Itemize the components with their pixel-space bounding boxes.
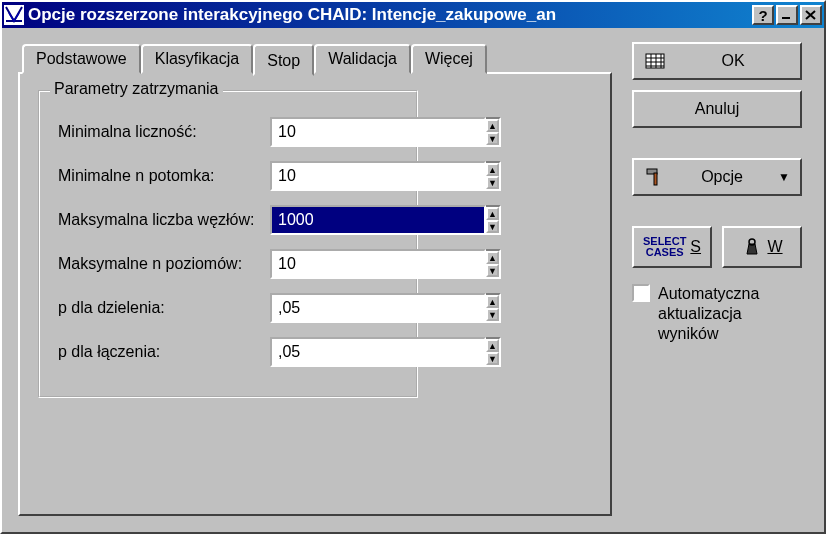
options-label: Opcje [676, 168, 768, 186]
spin-min-child: ▲ ▼ [270, 161, 398, 191]
grid-icon [644, 50, 666, 72]
tab-panel: Podstawowe Klasyfikacja Stop Walidacja W… [18, 40, 612, 520]
spin-max-nodes: ▲ ▼ [270, 205, 398, 235]
cancel-label: Anuluj [644, 100, 790, 118]
input-min-count[interactable] [270, 117, 486, 147]
titlebar[interactable]: Opcje rozszerzone interakcyjnego CHAID: … [2, 2, 824, 28]
svg-rect-1 [782, 17, 790, 19]
client-area: Podstawowe Klasyfikacja Stop Walidacja W… [2, 28, 824, 532]
spin-down-icon[interactable]: ▼ [486, 264, 499, 277]
select-cases-hotkey: S [690, 238, 701, 256]
weight-button[interactable]: W [722, 226, 802, 268]
close-button[interactable] [800, 5, 822, 25]
spin-max-levels: ▲ ▼ [270, 249, 398, 279]
row-max-nodes: Maksymalna liczba węzłów: ▲ ▼ [58, 202, 398, 238]
label-max-levels: Maksymalne n poziomów: [58, 254, 242, 274]
auto-update-checkbox[interactable] [632, 284, 650, 302]
select-cases-icon: SELECTCASES [643, 236, 686, 258]
ok-button[interactable]: OK [632, 42, 802, 80]
row-p-split: p dla dzielenia: ▲ ▼ [58, 290, 398, 326]
input-max-levels[interactable] [270, 249, 486, 279]
label-p-split: p dla dzielenia: [58, 298, 165, 318]
spin-up-icon[interactable]: ▲ [486, 339, 499, 352]
tab-strip: Podstawowe Klasyfikacja Stop Walidacja W… [22, 40, 612, 72]
group-stop-params: Parametry zatrzymania Minimalna liczność… [38, 90, 418, 398]
input-p-merge[interactable] [270, 337, 486, 367]
tab-wiecej[interactable]: Więcej [411, 44, 487, 74]
spin-down-icon[interactable]: ▼ [486, 176, 499, 189]
label-min-count: Minimalna liczność: [58, 122, 197, 142]
select-cases-button[interactable]: SELECTCASES S [632, 226, 712, 268]
spin-p-merge: ▲ ▼ [270, 337, 398, 367]
window-title: Opcje rozszerzone interakcyjnego CHAID: … [28, 5, 750, 25]
label-min-child: Minimalne n potomka: [58, 166, 215, 186]
input-min-child[interactable] [270, 161, 486, 191]
spin-down-icon[interactable]: ▼ [486, 220, 499, 233]
help-button[interactable]: ? [752, 5, 774, 25]
hammer-icon [644, 166, 666, 188]
tab-podstawowe[interactable]: Podstawowe [22, 44, 141, 74]
weight-icon [741, 236, 763, 258]
toolbar-row: SELECTCASES S W [632, 226, 802, 268]
spin-down-icon[interactable]: ▼ [486, 308, 499, 321]
label-p-merge: p dla łączenia: [58, 342, 160, 362]
ok-label: OK [676, 52, 790, 70]
auto-update-row: Automatyczna aktualizacja wyników [632, 284, 802, 344]
row-min-child: Minimalne n potomka: ▲ ▼ [58, 158, 398, 194]
row-min-count: Minimalna liczność: ▲ ▼ [58, 114, 398, 150]
spin-up-icon[interactable]: ▲ [486, 163, 499, 176]
input-p-split[interactable] [270, 293, 486, 323]
auto-update-label: Automatyczna aktualizacja wyników [658, 284, 802, 344]
row-p-merge: p dla łączenia: ▲ ▼ [58, 334, 398, 370]
tab-stop[interactable]: Stop [253, 44, 314, 76]
weight-hotkey: W [767, 238, 782, 256]
spin-p-split: ▲ ▼ [270, 293, 398, 323]
options-button[interactable]: Opcje ▼ [632, 158, 802, 196]
label-max-nodes: Maksymalna liczba węzłów: [58, 210, 255, 230]
tab-walidacja[interactable]: Walidacja [314, 44, 411, 74]
tab-body: Parametry zatrzymania Minimalna liczność… [18, 72, 612, 516]
spin-down-icon[interactable]: ▼ [486, 352, 499, 365]
spin-min-count: ▲ ▼ [270, 117, 398, 147]
spin-up-icon[interactable]: ▲ [486, 207, 499, 220]
group-legend: Parametry zatrzymania [50, 80, 223, 98]
title-buttons: ? [750, 5, 822, 25]
spin-up-icon[interactable]: ▲ [486, 119, 499, 132]
button-panel: OK Anuluj Opcje ▼ SELECTCASES S [632, 40, 802, 520]
input-max-nodes[interactable] [270, 205, 486, 235]
app-icon [4, 5, 24, 25]
row-max-levels: Maksymalne n poziomów: ▲ ▼ [58, 246, 398, 282]
chevron-down-icon: ▼ [778, 170, 790, 184]
spin-up-icon[interactable]: ▲ [486, 295, 499, 308]
spin-down-icon[interactable]: ▼ [486, 132, 499, 145]
minimize-button[interactable] [776, 5, 798, 25]
tab-klasyfikacja[interactable]: Klasyfikacja [141, 44, 253, 74]
dialog-window: Opcje rozszerzone interakcyjnego CHAID: … [0, 0, 826, 534]
spin-up-icon[interactable]: ▲ [486, 251, 499, 264]
svg-rect-4 [654, 173, 657, 185]
cancel-button[interactable]: Anuluj [632, 90, 802, 128]
